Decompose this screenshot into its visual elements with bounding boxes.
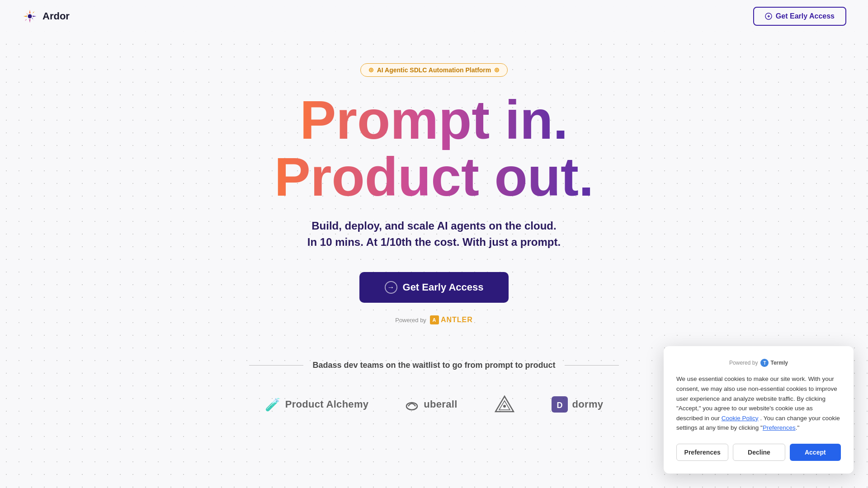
hero-section: AI Agentic SDLC Automation Platform Prom… xyxy=(0,0,868,361)
powered-by: Powered by A ANTLER xyxy=(395,315,473,324)
uberall-icon xyxy=(405,397,419,412)
svg-text:D: D xyxy=(557,401,562,410)
badge: AI Agentic SDLC Automation Platform xyxy=(360,63,508,77)
cookie-buttons: Preferences Decline Accept xyxy=(676,444,841,461)
list-item: 🧪 Product Alchemy xyxy=(265,397,369,412)
cookie-banner: Powered by T Termly We use essential coo… xyxy=(664,346,854,474)
product-alchemy-icon: 🧪 xyxy=(265,397,281,412)
cookie-body-text: We use essential cookies to make our sit… xyxy=(676,374,841,433)
badge-dot-right xyxy=(495,68,499,72)
logos-row: 🧪 Product Alchemy uberall D dorm xyxy=(229,394,640,415)
dormy-name: dormy xyxy=(572,399,604,410)
cta-arrow-icon: → xyxy=(385,281,397,294)
nav-cta-icon xyxy=(765,13,772,20)
termly-logo: T Termly xyxy=(760,359,788,367)
product-alchemy-name: Product Alchemy xyxy=(285,399,369,410)
cookie-policy-link[interactable]: Cookie Policy xyxy=(722,415,759,422)
social-proof-label: Badass dev teams on the waitlist to go f… xyxy=(249,361,618,370)
hero-headline: Prompt in. Product out. xyxy=(274,91,594,205)
nav-cta-button[interactable]: Get Early Access xyxy=(753,7,846,26)
logo[interactable]: Ardor xyxy=(22,8,70,24)
termly-header: Powered by T Termly xyxy=(676,359,841,367)
badge-dot-left xyxy=(369,68,373,72)
list-item: D dormy xyxy=(552,396,604,413)
decline-button[interactable]: Decline xyxy=(733,444,785,461)
hero-subtext: Build, deploy, and scale AI agents on th… xyxy=(307,218,561,250)
svg-point-0 xyxy=(28,14,32,19)
list-item: uberall xyxy=(405,397,457,412)
triangle-logo-icon xyxy=(494,394,515,415)
svg-marker-3 xyxy=(495,396,514,412)
svg-point-5 xyxy=(503,405,506,408)
navbar: Ardor Get Early Access xyxy=(0,0,868,33)
list-item xyxy=(494,394,515,415)
logo-text: Ardor xyxy=(42,10,70,22)
headline-line1: Prompt in. xyxy=(274,91,594,148)
social-proof-line-left xyxy=(249,365,303,366)
ardor-logo-icon xyxy=(22,8,38,24)
social-proof-line-right xyxy=(565,365,619,366)
preferences-inline-link[interactable]: Preferences xyxy=(763,424,796,431)
hero-cta-button[interactable]: → Get Early Access xyxy=(359,272,509,303)
accept-button[interactable]: Accept xyxy=(790,444,841,461)
preferences-button[interactable]: Preferences xyxy=(676,444,728,461)
dormy-icon: D xyxy=(552,396,568,413)
termly-icon: T xyxy=(760,359,769,367)
antler-logo: A ANTLER xyxy=(430,315,473,324)
antler-icon: A xyxy=(430,315,439,324)
uberall-name: uberall xyxy=(424,399,457,410)
headline-line2: Product out. xyxy=(274,148,594,205)
